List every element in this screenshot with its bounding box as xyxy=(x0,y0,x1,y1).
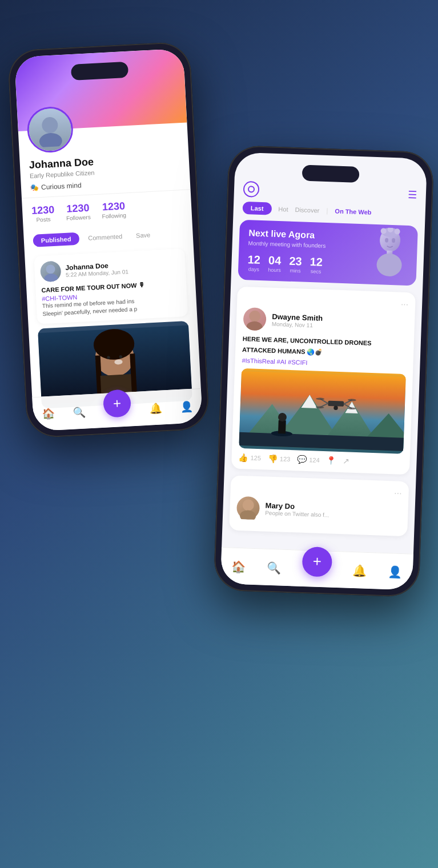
following-count: 1230 xyxy=(101,200,126,213)
nav-home-front[interactable]: 🏠 xyxy=(231,559,246,573)
dislike-button[interactable]: 👎 123 xyxy=(268,453,291,463)
svg-point-24 xyxy=(246,321,263,331)
svg-point-0 xyxy=(42,116,58,133)
svg-rect-36 xyxy=(328,400,344,406)
post-menu-dwayne[interactable]: ··· xyxy=(244,294,408,310)
phone-front: ☰ Last Hot Discover | On The Web Next li… xyxy=(213,145,434,597)
post-author-row-back: Johanna Doe 5:22 AM Monday, Jun 01 xyxy=(40,255,180,283)
tab-divider: | xyxy=(326,207,328,215)
tab-hot[interactable]: Hot xyxy=(278,206,288,213)
svg-point-3 xyxy=(44,274,58,283)
tab-last[interactable]: Last xyxy=(243,202,272,215)
followers-count: 1230 xyxy=(66,202,91,215)
post-actions-dwayne: 👍 125 👎 123 💬 124 📍 ↗ xyxy=(238,453,403,468)
tab-saved[interactable]: Save xyxy=(131,228,155,242)
feed-screen: ☰ Last Hot Discover | On The Web Next li… xyxy=(220,152,427,590)
bottom-nav-front: 🏠 🔍 + 🔔 👤 xyxy=(220,547,413,590)
svg-point-2 xyxy=(46,264,55,274)
notch-back xyxy=(71,62,128,81)
posts-count: 1230 xyxy=(31,204,55,217)
tab-discover[interactable]: Discover xyxy=(295,206,319,214)
svg-rect-34 xyxy=(278,420,286,434)
nav-profile-front[interactable]: 👤 xyxy=(388,565,403,579)
like-icon: 👍 xyxy=(238,453,248,463)
post-avatar-dwayne xyxy=(243,307,266,331)
svg-point-20 xyxy=(376,253,402,277)
countdown-hours: 04 hours xyxy=(268,254,282,274)
dislike-count: 123 xyxy=(280,455,291,463)
post-avatar-small xyxy=(40,260,62,282)
statue-svg xyxy=(365,227,412,280)
svg-point-47 xyxy=(240,510,256,520)
nav-home-back[interactable]: 🏠 xyxy=(42,407,55,420)
svg-point-1 xyxy=(39,132,62,148)
statue-decoration xyxy=(365,227,412,280)
comment-icon: 💬 xyxy=(297,455,307,464)
followers-label: Followers xyxy=(66,214,91,222)
posts-label: Posts xyxy=(32,216,55,223)
like-button[interactable]: 👍 125 xyxy=(238,453,261,463)
mary-avatar-svg xyxy=(236,496,260,520)
nav-bell-back[interactable]: 🔔 xyxy=(149,401,162,415)
hamburger-icon[interactable]: ☰ xyxy=(407,188,417,202)
app-logo xyxy=(243,181,260,198)
dwayne-author-info: Dwayne Smith Monday, Nov 11 xyxy=(272,312,323,329)
post-avatar-mary xyxy=(236,496,260,520)
share-icon: ↗ xyxy=(343,456,350,465)
dislike-icon: 👎 xyxy=(268,453,278,463)
tab-published[interactable]: Published xyxy=(33,232,79,247)
drone-scene-svg xyxy=(239,368,406,454)
post-menu-mary[interactable]: ··· xyxy=(237,483,401,499)
fab-button-back[interactable]: + xyxy=(103,389,131,417)
tag-text: Curious mind xyxy=(41,181,82,191)
following-label: Following xyxy=(102,212,126,219)
secs-label: secs xyxy=(310,268,323,275)
mins-value: 23 xyxy=(289,255,302,268)
agora-card[interactable]: Next live Agora Monthly meeting with fou… xyxy=(238,220,418,286)
tag-emoji: 🎭 xyxy=(30,183,39,192)
days-label: days xyxy=(247,266,260,272)
post-card-mary: ··· Mary Do People on Twitter also f... xyxy=(229,475,409,536)
fab-button-front[interactable]: + xyxy=(302,546,332,577)
svg-point-23 xyxy=(249,310,261,322)
dwayne-avatar-svg xyxy=(243,307,266,331)
stat-followers: 1230 Followers xyxy=(66,202,91,222)
countdown-mins: 23 mins xyxy=(289,255,302,274)
profile-screen: Johanna Doe Early Republike Citizen 🎭 Cu… xyxy=(14,49,203,432)
secs-value: 12 xyxy=(310,255,323,269)
post-card-back: Johanna Doe 5:22 AM Monday, Jun 01 CARE … xyxy=(34,248,188,324)
like-count: 125 xyxy=(250,454,261,461)
hours-label: hours xyxy=(268,267,281,273)
profile-header-bg xyxy=(14,49,187,131)
stat-following: 1230 Following xyxy=(101,200,126,219)
post-author-row-dwayne: Dwayne Smith Monday, Nov 11 xyxy=(243,307,408,336)
post-author-info: Johanna Doe 5:22 AM Monday, Jun 01 xyxy=(65,260,128,278)
nav-bell-front[interactable]: 🔔 xyxy=(352,563,367,577)
tab-on-the-web[interactable]: On The Web xyxy=(335,208,371,216)
days-value: 12 xyxy=(247,253,260,267)
post-card-dwayne: ··· Dwayne Smith Monday, Nov 11 HERE WE … xyxy=(231,287,416,475)
logo-inner xyxy=(248,186,255,192)
svg-point-46 xyxy=(242,499,254,511)
nav-search-back[interactable]: 🔍 xyxy=(73,405,86,419)
avatar-svg xyxy=(32,112,68,148)
mins-label: mins xyxy=(289,268,302,274)
nav-search-front[interactable]: 🔍 xyxy=(267,560,282,574)
post-author-avatar-svg xyxy=(40,260,62,282)
drone-image xyxy=(239,368,406,454)
stat-posts: 1230 Posts xyxy=(31,204,55,223)
nav-profile-back[interactable]: 👤 xyxy=(180,400,193,413)
notch-front xyxy=(302,164,360,182)
tab-commented[interactable]: Commented xyxy=(83,230,127,244)
profile-tag: 🎭 Curious mind xyxy=(30,176,181,192)
share-button[interactable]: ↗ xyxy=(343,456,350,465)
location-icon: 📍 xyxy=(326,456,336,465)
countdown-days: 12 days xyxy=(247,253,260,272)
mary-author-info: Mary Do People on Twitter also f... xyxy=(265,501,329,518)
location-button[interactable]: 📍 xyxy=(326,456,336,465)
comment-button[interactable]: 💬 124 xyxy=(297,455,320,464)
avatar-face xyxy=(28,107,73,152)
post-author-row-mary: Mary Do People on Twitter also f... xyxy=(236,496,401,525)
hours-value: 04 xyxy=(268,254,282,268)
comment-count: 124 xyxy=(309,456,320,464)
